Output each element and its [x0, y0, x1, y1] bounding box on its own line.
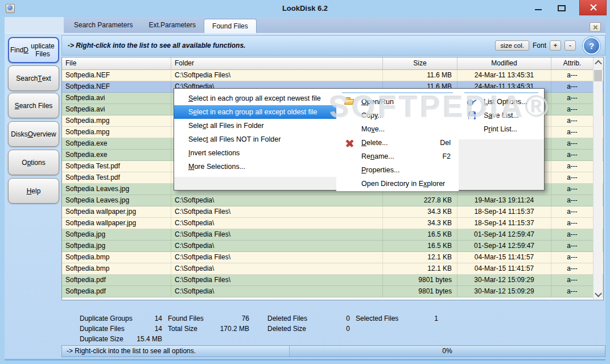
stat-value: 1	[397, 315, 438, 322]
cell-file: Softpedia Test.pdf	[62, 161, 171, 172]
menu-item-label: Rename...	[361, 152, 394, 160]
table-row[interactable]: Softpedia wallpaper.jpgC:\Softpedia File…	[62, 206, 603, 218]
menu-item-save-list[interactable]: Save List...	[459, 109, 544, 122]
context-menu-file-column: Open/RunCopy...Move...Delete...DelRename…	[336, 89, 459, 190]
table-row[interactable]: Softpedia Leaves.jpgC:\Softpedia\227.8 K…	[62, 195, 603, 206]
tab-ext-parameters[interactable]: Ext.Parameters	[141, 17, 204, 33]
sidebar-button-search-files[interactable]: Search Files	[8, 93, 59, 118]
cell-size: 9801 bytes	[383, 275, 458, 286]
menu-shortcut: Del	[440, 139, 451, 147]
cell-folder: C:\Softpedia\	[171, 195, 383, 206]
tab-search-parameters[interactable]: Search Parameters	[66, 17, 141, 33]
maximize-icon[interactable]	[550, 0, 572, 15]
list-toolbar: -> Right-click into the list to see all …	[61, 35, 605, 56]
delete-icon	[344, 138, 356, 147]
cell-file: Softpedia.bmp	[62, 263, 171, 274]
cell-modified: 04-Mar-15 11:41:57	[458, 252, 551, 263]
cell-folder: C:\Softpedia Files\	[171, 206, 383, 217]
scrollbar-thumb[interactable]	[594, 70, 602, 81]
font-decrease-button[interactable]: -	[564, 40, 576, 51]
column-header-attrib[interactable]: Attrib.	[551, 57, 593, 69]
menu-item-list-options[interactable]: List Options...	[459, 95, 544, 109]
menu-item-label: Select in each group all except newest f…	[188, 94, 321, 102]
menu-item-label: Invert selections	[188, 149, 240, 157]
size-col-button[interactable]: size col.	[495, 40, 529, 51]
menu-item-open-directory-in-explorer[interactable]: Open Directory in Explorer	[336, 177, 459, 191]
menu-item-rename[interactable]: Rename...F2	[336, 150, 459, 163]
cell-attrib: a---	[551, 263, 593, 274]
blank-icon	[344, 166, 356, 175]
menu-item-label: Open Directory in Explorer	[361, 180, 445, 188]
cell-file: Softpedia Leaves.jpg	[62, 195, 171, 206]
scrollbar-down-icon[interactable]	[593, 289, 603, 299]
font-increase-button[interactable]: +	[550, 40, 561, 51]
cell-file: Softpedia Leaves.jpg	[62, 184, 171, 195]
column-header-modified[interactable]: Modified	[458, 57, 551, 69]
cell-size: 11.6 MB	[383, 70, 458, 81]
menu-item-select-in-each-group-all-except-oldest-file[interactable]: Select in each group all except oldest f…	[174, 105, 336, 119]
stat-value: 0	[306, 325, 350, 333]
menu-item-more-selections[interactable]: More Selections...	[174, 160, 336, 173]
help-button[interactable]: ?	[583, 37, 600, 55]
context-menu-list-column: List Options...Save List...Print List...	[459, 89, 544, 190]
table-row[interactable]: Softpedia.bmpC:\Softpedia\12.1 KB04-Mar-…	[62, 263, 603, 275]
table-row[interactable]: Softpedia.bmpC:\Softpedia Files\12.1 KB0…	[62, 252, 603, 263]
cell-attrib: a---	[551, 104, 593, 115]
cell-folder: C:\Softpedia Files\	[171, 229, 383, 240]
column-header-folder[interactable]: Folder	[171, 57, 383, 69]
stat-value: 14	[107, 325, 162, 333]
cell-file: Softpedia.pdf	[62, 275, 171, 286]
minimize-icon[interactable]	[527, 0, 550, 15]
cell-attrib: a---	[551, 150, 593, 160]
stat-label: Deleted Size	[267, 325, 306, 333]
menu-item-label: Print List...	[484, 125, 517, 133]
menu-item-label: Save List...	[484, 111, 519, 119]
cell-attrib: a---	[551, 161, 593, 172]
table-row[interactable]: Softpedia.pdfC:\Softpedia Files\9801 byt…	[62, 275, 603, 286]
menu-item-invert-selections[interactable]: Invert selections	[174, 146, 336, 160]
cell-modified: 01-Sep-14 12:59:47	[458, 241, 551, 251]
table-row[interactable]: Softpedia.pdfC:\Softpedia\9801 bytes30-M…	[62, 286, 603, 297]
cell-file: Softpedia.pdf	[62, 286, 171, 297]
sidebar-button-find-duplicate-files[interactable]: Find Duplicate Files	[8, 37, 59, 63]
cell-file: Softpedia Test.pdf	[62, 172, 171, 183]
menu-separator	[464, 92, 538, 93]
menu-item-open-run[interactable]: Open/Run	[336, 95, 459, 109]
menu-item-select-in-each-group-all-except-newest-file[interactable]: Select in each group all except newest f…	[174, 92, 336, 105]
close-icon[interactable]	[579, 0, 607, 15]
menu-item-properties[interactable]: Properties...	[336, 163, 459, 177]
menu-item-select-all-files-in-folder[interactable]: Select all Files in Folder	[174, 119, 336, 133]
table-row[interactable]: Softpedia.NEFC:\Softpedia Files\11.6 MB2…	[62, 70, 603, 81]
menu-item-print-list[interactable]: Print List...	[459, 122, 544, 136]
statistics-panel: Duplicate Groups 14 Duplicate Files 14 D…	[61, 310, 605, 343]
cell-folder: C:\Softpedia\	[171, 218, 383, 229]
table-row[interactable]: Softpedia.jpgC:\Softpedia\16.5 KB01-Sep-…	[62, 241, 603, 252]
column-header-size[interactable]: Size	[383, 57, 458, 69]
sidebar-button-search-text[interactable]: Search Text	[8, 65, 59, 91]
cell-size: 16.5 KB	[383, 241, 458, 251]
sidebar-button-help[interactable]: Help	[8, 178, 59, 204]
cell-folder: C:\Softpedia Files\	[171, 70, 383, 81]
blank-icon	[344, 125, 356, 134]
cell-attrib: a---	[551, 115, 593, 126]
vertical-scrollbar[interactable]	[593, 58, 603, 299]
scrollbar-up-icon[interactable]	[593, 58, 603, 68]
menu-item-move[interactable]: Move...	[336, 122, 459, 136]
window-title: LookDisk 6.2	[0, 0, 610, 17]
sidebar-button-disks-overview[interactable]: Disks Overview	[8, 121, 59, 147]
tab-found-files[interactable]: Found Files	[204, 19, 257, 33]
menu-item-select-all-files-not-in-folder[interactable]: Select all Files NOT in Folder	[174, 133, 336, 146]
panel-close-icon[interactable]	[590, 22, 601, 32]
menu-item-copy[interactable]: Copy...	[336, 109, 459, 122]
selection-items: Select in each group all except newest f…	[174, 89, 336, 177]
table-row[interactable]: Softpedia.jpgC:\Softpedia Files\16.5 KB0…	[62, 229, 603, 241]
column-header-file[interactable]: File	[62, 57, 171, 69]
table-row[interactable]: Softpedia wallpaper.jpgC:\Softpedia\34.3…	[62, 218, 603, 229]
sidebar-button-options[interactable]: Options	[8, 150, 59, 175]
blank-icon	[344, 179, 356, 188]
menu-item-delete[interactable]: Delete...Del	[336, 136, 459, 150]
menu-item-label: Copy...	[361, 111, 384, 119]
menu-item-label: Select in each group all except oldest f…	[188, 108, 318, 116]
title-bar: LookDisk 6.2	[0, 0, 610, 17]
cell-size: 9801 bytes	[383, 286, 458, 297]
